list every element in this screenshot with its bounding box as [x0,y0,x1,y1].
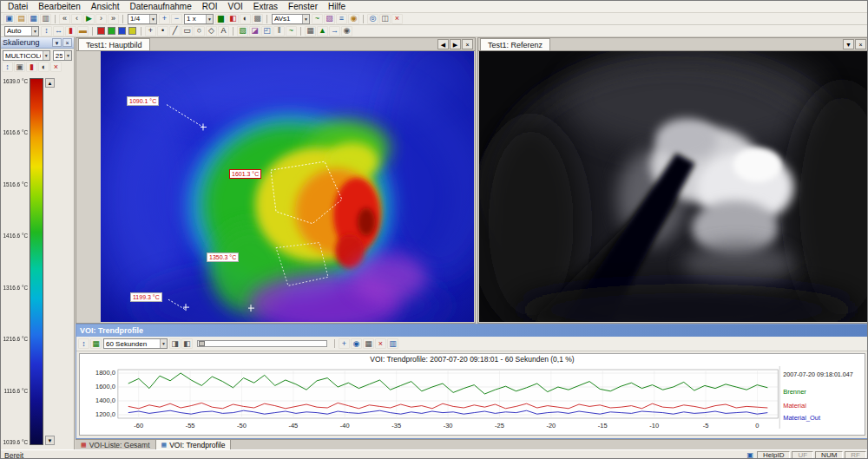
show-legend-icon[interactable]: ◉ [351,338,362,349]
tab-prev-button[interactable]: ◀ [437,39,449,49]
color-yellow-swatch[interactable] [128,27,136,35]
rect-tool-icon[interactable]: ▭ [181,26,193,36]
zoom-x-icon[interactable]: ◨ [169,338,181,349]
interval-combo[interactable]: 60 Sekunden▼ [103,338,168,349]
voi-add-icon[interactable]: ▧ [237,26,248,36]
area-icon[interactable]: ▨ [324,14,335,24]
reference-image[interactable] [479,51,867,322]
polygon-tool-icon[interactable]: ◇ [206,26,217,36]
export-icon[interactable]: → [329,26,340,36]
average-combo[interactable]: AVs1▼ [272,14,310,24]
snapshot-icon[interactable]: ◎ [367,14,378,24]
menu-extras[interactable]: Extras [248,2,283,11]
ref-menu-button[interactable]: ▼ [843,39,854,49]
table-icon[interactable]: ▦ [305,26,316,36]
open-icon[interactable]: ▤ [16,14,27,24]
contrast-icon[interactable]: ◐ [240,14,251,24]
scale-down-button[interactable]: ▼ [45,436,55,445]
temperature-annotation[interactable]: 1199.3 °C [130,292,162,302]
print-icon[interactable]: ▥ [40,14,51,24]
clear-icon[interactable]: × [375,338,386,349]
zoom-out-icon[interactable]: − [171,14,182,24]
curve-icon[interactable]: ~ [312,14,323,24]
next-frame-icon[interactable]: › [95,14,107,24]
scale-up-button[interactable]: ▲ [45,78,55,88]
print-chart-icon[interactable]: ▥ [387,338,398,349]
delete-icon[interactable]: × [391,14,403,24]
scale-auto-icon[interactable]: ↕ [2,62,13,72]
time-slider[interactable] [197,340,327,347]
color-green-swatch[interactable] [108,27,115,35]
ellipse-tool-icon[interactable]: ○ [194,26,205,36]
menu-roi[interactable]: ROI [197,2,223,11]
data-table-icon[interactable]: ▦ [363,338,374,349]
temperature-annotation[interactable]: 1090.1 °C [127,96,159,106]
menu-datei[interactable]: Datei [3,2,33,11]
menu-hilfe[interactable]: Hilfe [323,2,351,11]
palette-bar-icon[interactable]: ▮ [65,26,76,36]
prev-frame-icon[interactable]: ‹ [71,14,82,24]
menu-voi[interactable]: VOI [222,2,247,11]
measure-icon[interactable]: ‖ [273,26,285,36]
grid-icon[interactable]: ▩ [252,14,263,24]
zoom-combo[interactable]: 1/4▼ [128,14,157,24]
cursor-tool-icon[interactable]: + [145,26,156,36]
color-blue-swatch[interactable] [118,27,126,35]
save-icon[interactable]: ▦ [28,14,39,24]
scale-full-icon[interactable]: ▮ [26,62,37,72]
report-icon[interactable]: ≡ [336,14,347,24]
menu-fenster[interactable]: Fenster [283,2,323,11]
panel-menu-button[interactable]: ▾ [52,38,62,47]
scale-combo[interactable]: 1 x▼ [184,14,214,24]
zoom-y-icon[interactable]: ◧ [181,338,193,349]
cursor-values-icon[interactable]: + [339,338,350,349]
menu-datenaufnahme[interactable]: Datenaufnahme [125,2,197,11]
layout-icon[interactable]: ◫ [379,14,391,24]
temperature-annotation[interactable]: 1350.3 °C [207,252,239,262]
first-frame-icon[interactable]: « [59,14,70,24]
roi-icon[interactable]: ◰ [261,26,273,36]
palette-icon[interactable]: ◧ [227,14,239,24]
profile-icon[interactable]: ~ [286,26,297,36]
isotherm-icon[interactable]: ▬ [77,26,89,36]
slider-thumb[interactable] [199,341,205,346]
info-icon[interactable]: ◉ [348,14,359,24]
trend-chart[interactable]: -60-55-50-45-40-35-30-25-20-15-10-501800… [80,364,865,436]
autoscale-icon[interactable]: ↕ [78,338,89,349]
trend-panel-titlebar[interactable]: VOI: Trendprofile [76,325,868,337]
panel-close-button[interactable]: × [62,38,72,47]
tab-next-button[interactable]: ▶ [450,39,461,49]
scale-settings-icon[interactable]: ◐ [38,62,49,72]
tab-close-button[interactable]: × [462,39,473,49]
zoom-in-icon[interactable]: + [159,14,170,24]
color-scale-gradient[interactable] [30,78,43,445]
play-icon[interactable]: ▶ [83,14,95,24]
color-red-swatch[interactable] [97,27,105,35]
scale-reset-icon[interactable]: × [50,62,62,72]
menu-ansicht[interactable]: Ansicht [86,2,125,11]
thermal-image[interactable]: 1090.1 °C1601.3 °C1350.3 °C1199.3 °C [101,51,474,322]
text-tool-icon[interactable]: A [218,26,229,36]
point-tool-icon[interactable]: • [157,26,168,36]
grid-toggle-icon[interactable]: ▦ [90,338,102,349]
tab-hauptbild[interactable]: Test1: Hauptbild [78,38,150,50]
temperature-annotation[interactable]: 1601.3 °C [229,169,261,179]
palette-combo[interactable]: MULTICOLOR▼ [3,50,50,61]
menu-bearbeiten[interactable]: Bearbeiten [33,2,85,11]
bottom-tab-voi-liste-gesamt[interactable]: ▦VOI-Liste: Gesamt [76,440,156,449]
histogram-icon[interactable]: ▆ [215,14,227,24]
ref-close-button[interactable]: × [855,39,866,49]
last-frame-icon[interactable]: » [108,14,119,24]
voi-edit-icon[interactable]: ◪ [249,26,260,36]
bottom-tab-voi-trendprofile[interactable]: ▦VOI: Trendprofile [156,440,232,449]
camera-icon[interactable]: ▣ [3,14,15,24]
line-tool-icon[interactable]: ╱ [169,26,181,36]
settings-icon[interactable]: ◉ [341,26,352,36]
scale-manual-icon[interactable]: ↔ [53,26,64,36]
tab-referenz[interactable]: Test1: Referenz [480,38,550,50]
scale-lock-icon[interactable]: ▣ [14,62,25,72]
auto-combo[interactable]: Auto▼ [4,26,39,36]
scale-auto-icon[interactable]: ↕ [41,26,52,36]
levels-combo[interactable]: 256▼ [53,50,72,61]
chart-icon[interactable]: ▲ [317,26,328,36]
